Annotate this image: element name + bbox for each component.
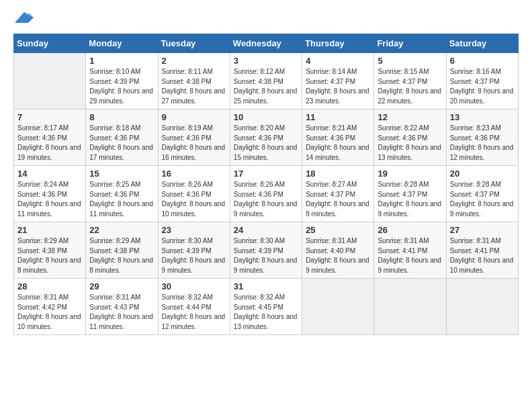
- day-info: Sunrise: 8:28 AMSunset: 4:37 PMDaylight:…: [450, 180, 515, 219]
- calendar-cell: 6 Sunrise: 8:16 AMSunset: 4:37 PMDayligh…: [446, 53, 518, 109]
- calendar-cell: [14, 53, 86, 109]
- header-sunday: Sunday: [14, 34, 86, 53]
- day-number: 11: [306, 112, 370, 122]
- calendar-cell: 22 Sunrise: 8:29 AMSunset: 4:38 PMDaylig…: [86, 222, 158, 279]
- day-number: 20: [450, 169, 515, 179]
- calendar-cell: 5 Sunrise: 8:15 AMSunset: 4:37 PMDayligh…: [374, 53, 446, 109]
- day-info: Sunrise: 8:26 AMSunset: 4:36 PMDaylight:…: [234, 180, 298, 219]
- logo: [13, 13, 34, 27]
- day-number: 12: [378, 112, 442, 122]
- day-info: Sunrise: 8:27 AMSunset: 4:37 PMDaylight:…: [306, 180, 370, 219]
- day-info: Sunrise: 8:15 AMSunset: 4:37 PMDaylight:…: [378, 67, 442, 106]
- day-number: 6: [450, 56, 515, 66]
- page-header: [13, 13, 519, 27]
- day-info: Sunrise: 8:32 AMSunset: 4:45 PMDaylight:…: [234, 293, 298, 332]
- day-info: Sunrise: 8:29 AMSunset: 4:38 PMDaylight:…: [17, 236, 82, 275]
- day-info: Sunrise: 8:21 AMSunset: 4:36 PMDaylight:…: [306, 124, 370, 163]
- day-number: 8: [89, 112, 154, 122]
- day-number: 19: [378, 169, 442, 179]
- calendar-table: SundayMondayTuesdayWednesdayThursdayFrid…: [13, 34, 519, 335]
- header-monday: Monday: [86, 34, 158, 53]
- calendar-cell: 31 Sunrise: 8:32 AMSunset: 4:45 PMDaylig…: [230, 279, 302, 335]
- day-number: 10: [234, 112, 298, 122]
- day-number: 28: [17, 281, 82, 291]
- day-info: Sunrise: 8:16 AMSunset: 4:37 PMDaylight:…: [450, 67, 515, 106]
- day-number: 7: [17, 112, 82, 122]
- day-info: Sunrise: 8:30 AMSunset: 4:39 PMDaylight:…: [162, 236, 226, 275]
- calendar-cell: 21 Sunrise: 8:29 AMSunset: 4:38 PMDaylig…: [14, 222, 86, 279]
- day-info: Sunrise: 8:26 AMSunset: 4:36 PMDaylight:…: [162, 180, 226, 219]
- logo-icon: [15, 11, 34, 24]
- calendar-cell: 15 Sunrise: 8:25 AMSunset: 4:36 PMDaylig…: [86, 166, 158, 222]
- day-number: 30: [162, 281, 226, 291]
- day-number: 16: [162, 169, 226, 179]
- calendar-week-row: 14 Sunrise: 8:24 AMSunset: 4:36 PMDaylig…: [14, 166, 519, 222]
- day-number: 31: [234, 281, 298, 291]
- svg-marker-0: [15, 12, 34, 23]
- calendar-cell: 29 Sunrise: 8:31 AMSunset: 4:43 PMDaylig…: [86, 279, 158, 335]
- calendar-cell: 10 Sunrise: 8:20 AMSunset: 4:36 PMDaylig…: [230, 109, 302, 166]
- calendar-cell: 30 Sunrise: 8:32 AMSunset: 4:44 PMDaylig…: [158, 279, 230, 335]
- day-info: Sunrise: 8:25 AMSunset: 4:36 PMDaylight:…: [89, 180, 154, 219]
- header-friday: Friday: [374, 34, 446, 53]
- day-info: Sunrise: 8:32 AMSunset: 4:44 PMDaylight:…: [162, 293, 226, 332]
- calendar-cell: 16 Sunrise: 8:26 AMSunset: 4:36 PMDaylig…: [158, 166, 230, 222]
- calendar-cell: 18 Sunrise: 8:27 AMSunset: 4:37 PMDaylig…: [302, 166, 374, 222]
- calendar-cell: [446, 279, 518, 335]
- day-info: Sunrise: 8:31 AMSunset: 4:41 PMDaylight:…: [378, 236, 442, 275]
- day-info: Sunrise: 8:12 AMSunset: 4:38 PMDaylight:…: [234, 67, 298, 106]
- calendar-cell: 26 Sunrise: 8:31 AMSunset: 4:41 PMDaylig…: [374, 222, 446, 279]
- calendar-cell: 1 Sunrise: 8:10 AMSunset: 4:39 PMDayligh…: [86, 53, 158, 109]
- calendar-cell: 17 Sunrise: 8:26 AMSunset: 4:36 PMDaylig…: [230, 166, 302, 222]
- day-number: 15: [89, 169, 154, 179]
- day-number: 2: [162, 56, 226, 66]
- calendar-cell: 4 Sunrise: 8:14 AMSunset: 4:37 PMDayligh…: [302, 53, 374, 109]
- day-info: Sunrise: 8:17 AMSunset: 4:36 PMDaylight:…: [17, 124, 82, 163]
- calendar-cell: 9 Sunrise: 8:19 AMSunset: 4:36 PMDayligh…: [158, 109, 230, 166]
- day-info: Sunrise: 8:20 AMSunset: 4:36 PMDaylight:…: [234, 124, 298, 163]
- day-info: Sunrise: 8:11 AMSunset: 4:38 PMDaylight:…: [162, 67, 226, 106]
- day-info: Sunrise: 8:28 AMSunset: 4:37 PMDaylight:…: [378, 180, 442, 219]
- day-number: 3: [234, 56, 298, 66]
- day-number: 21: [17, 225, 82, 235]
- calendar-cell: 24 Sunrise: 8:30 AMSunset: 4:39 PMDaylig…: [230, 222, 302, 279]
- calendar-cell: [374, 279, 446, 335]
- calendar-cell: 23 Sunrise: 8:30 AMSunset: 4:39 PMDaylig…: [158, 222, 230, 279]
- calendar-cell: 12 Sunrise: 8:22 AMSunset: 4:36 PMDaylig…: [374, 109, 446, 166]
- day-number: 26: [378, 225, 442, 235]
- calendar-cell: 2 Sunrise: 8:11 AMSunset: 4:38 PMDayligh…: [158, 53, 230, 109]
- day-number: 22: [89, 225, 154, 235]
- calendar-week-row: 28 Sunrise: 8:31 AMSunset: 4:42 PMDaylig…: [14, 279, 519, 335]
- day-number: 23: [162, 225, 226, 235]
- calendar-cell: 20 Sunrise: 8:28 AMSunset: 4:37 PMDaylig…: [446, 166, 518, 222]
- day-info: Sunrise: 8:18 AMSunset: 4:36 PMDaylight:…: [89, 124, 154, 163]
- day-number: 17: [234, 169, 298, 179]
- calendar-week-row: 1 Sunrise: 8:10 AMSunset: 4:39 PMDayligh…: [14, 53, 519, 109]
- day-number: 9: [162, 112, 226, 122]
- calendar-header-row: SundayMondayTuesdayWednesdayThursdayFrid…: [14, 34, 519, 53]
- calendar-cell: [302, 279, 374, 335]
- day-info: Sunrise: 8:31 AMSunset: 4:43 PMDaylight:…: [89, 293, 154, 332]
- calendar-cell: 19 Sunrise: 8:28 AMSunset: 4:37 PMDaylig…: [374, 166, 446, 222]
- calendar-cell: 25 Sunrise: 8:31 AMSunset: 4:40 PMDaylig…: [302, 222, 374, 279]
- calendar-cell: 27 Sunrise: 8:31 AMSunset: 4:41 PMDaylig…: [446, 222, 518, 279]
- header-thursday: Thursday: [302, 34, 374, 53]
- header-saturday: Saturday: [446, 34, 518, 53]
- header-wednesday: Wednesday: [230, 34, 302, 53]
- day-number: 25: [306, 225, 370, 235]
- day-info: Sunrise: 8:31 AMSunset: 4:42 PMDaylight:…: [17, 293, 82, 332]
- calendar-week-row: 21 Sunrise: 8:29 AMSunset: 4:38 PMDaylig…: [14, 222, 519, 279]
- calendar-cell: 8 Sunrise: 8:18 AMSunset: 4:36 PMDayligh…: [86, 109, 158, 166]
- calendar-cell: 11 Sunrise: 8:21 AMSunset: 4:36 PMDaylig…: [302, 109, 374, 166]
- day-info: Sunrise: 8:14 AMSunset: 4:37 PMDaylight:…: [306, 67, 370, 106]
- day-number: 27: [450, 225, 515, 235]
- day-number: 5: [378, 56, 442, 66]
- day-number: 1: [89, 56, 154, 66]
- day-info: Sunrise: 8:31 AMSunset: 4:41 PMDaylight:…: [450, 236, 515, 275]
- day-info: Sunrise: 8:31 AMSunset: 4:40 PMDaylight:…: [306, 236, 370, 275]
- day-info: Sunrise: 8:23 AMSunset: 4:36 PMDaylight:…: [450, 124, 515, 163]
- day-info: Sunrise: 8:30 AMSunset: 4:39 PMDaylight:…: [234, 236, 298, 275]
- day-number: 13: [450, 112, 515, 122]
- calendar-cell: 7 Sunrise: 8:17 AMSunset: 4:36 PMDayligh…: [14, 109, 86, 166]
- day-number: 14: [17, 169, 82, 179]
